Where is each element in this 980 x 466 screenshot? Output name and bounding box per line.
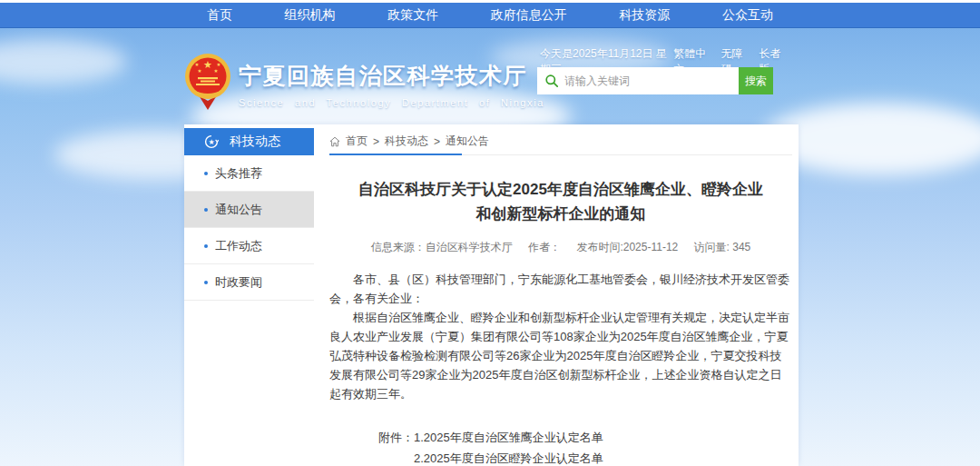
bullet-dot [204, 281, 208, 284]
nav-item-gov-info-disclosure[interactable]: 政府信息公开 [491, 7, 567, 24]
main-content: 首页 > 科技动态 > 通知公告 自治区科技厅关于认定2025年度自治区雏鹰企业… [329, 128, 792, 466]
sidebar-title: 科技动态 [230, 134, 280, 150]
sidebar-item-label: 头条推荐 [215, 165, 262, 182]
attachments-label: 附件： [378, 427, 414, 466]
attachments-section: 附件： 1.2025年度自治区雏鹰企业认定名单 2.2025年度自治区瞪羚企业认… [378, 427, 792, 466]
breadcrumb-home[interactable]: 首页 [346, 134, 368, 149]
breadcrumb-tech-news[interactable]: 科技动态 [385, 134, 428, 149]
search-button[interactable]: 搜索 [739, 67, 773, 94]
tech-news-icon: ★ [204, 134, 219, 149]
sidebar: ★ 科技动态 头条推荐 通知公告 工作动态 时政要闻 [184, 128, 314, 301]
sidebar-item-label: 工作动态 [215, 238, 262, 254]
cloud [0, 39, 127, 84]
article-paragraph: 各市、县（区）科技管理部门，宁东能源化工基地管委会，银川经济技术开发区管委会，各… [329, 270, 792, 308]
site-title: 宁夏回族自治区科学技术厅 [239, 61, 544, 91]
meta-author: 作者： [528, 241, 561, 253]
content-panel: ★ 科技动态 头条推荐 通知公告 工作动态 时政要闻 [184, 124, 799, 466]
home-icon [329, 136, 340, 147]
nav-item-public-interaction[interactable]: 公众互动 [722, 7, 773, 24]
bullet-dot [204, 172, 208, 175]
search-icon [544, 74, 559, 88]
bullet-dot [204, 208, 208, 212]
sidebar-item-current-politics[interactable]: 时政要闻 [184, 264, 314, 301]
breadcrumb: 首页 > 科技动态 > 通知公告 [329, 128, 792, 155]
top-navigation-bar: 首页 组织机构 政策文件 政府信息公开 科技资源 公众互动 [0, 3, 980, 28]
attachment-link-1[interactable]: 1.2025年度自治区雏鹰企业认定名单 [414, 427, 639, 448]
sidebar-item-label: 通知公告 [215, 202, 262, 218]
breadcrumb-current[interactable]: 通知公告 [446, 134, 489, 149]
search-bar: 搜索 [537, 67, 773, 94]
nav-item-home[interactable]: 首页 [207, 7, 232, 24]
article-meta: 信息来源：自治区科学技术厅 作者： 发布时间:2025-11-12 访问量: 3… [329, 240, 792, 255]
meta-visit-count: 访问量: 345 [694, 241, 751, 253]
search-input[interactable] [537, 67, 739, 94]
breadcrumb-separator: > [373, 135, 379, 148]
svg-text:★: ★ [203, 59, 212, 70]
svg-text:★: ★ [198, 68, 202, 74]
nav-item-organization[interactable]: 组织机构 [285, 7, 336, 24]
page: 首页 组织机构 政策文件 政府信息公开 科技资源 公众互动 ★ ★ ★ ★ ★ … [0, 0, 980, 466]
site-logo[interactable]: ★ ★ ★ ★ ★ 宁夏回族自治区科学技术厅 Science and Techn… [184, 52, 544, 114]
svg-text:★: ★ [195, 62, 200, 67]
nav-item-policy-documents[interactable]: 政策文件 [387, 7, 438, 24]
sidebar-item-notices[interactable]: 通知公告 [184, 192, 314, 228]
sidebar-header: ★ 科技动态 [184, 128, 314, 155]
meta-publish-time: 发布时间:2025-11-12 [576, 241, 678, 253]
sidebar-item-headlines[interactable]: 头条推荐 [184, 155, 314, 192]
breadcrumb-separator: > [434, 135, 440, 148]
svg-text:★: ★ [214, 68, 219, 74]
national-emblem-icon: ★ ★ ★ ★ ★ [184, 52, 231, 114]
article-body: 各市、县（区）科技管理部门，宁东能源化工基地管委会，银川经济技术开发区管委会，各… [329, 270, 792, 403]
svg-text:★: ★ [208, 138, 214, 146]
site-subtitle: Science and Technology Department of Nin… [239, 97, 544, 108]
attachment-link-2[interactable]: 2.2025年度自治区瞪羚企业认定名单 [414, 448, 639, 466]
svg-text:★: ★ [217, 62, 221, 67]
breadcrumb-active-underline [329, 154, 462, 155]
article-title: 自治区科技厅关于认定2025年度自治区雏鹰企业、瞪羚企业 和创新型标杆企业的通知 [329, 177, 792, 226]
nav-item-tech-resources[interactable]: 科技资源 [619, 7, 670, 24]
sidebar-item-work-news[interactable]: 工作动态 [184, 228, 314, 264]
sidebar-item-label: 时政要闻 [215, 274, 262, 291]
meta-source: 信息来源：自治区科学技术厅 [371, 241, 513, 253]
article-paragraph: 根据自治区雏鹰企业、瞪羚企业和创新型标杆企业认定管理有关规定，决定认定半亩良人农… [329, 308, 792, 403]
bullet-dot [204, 244, 208, 248]
